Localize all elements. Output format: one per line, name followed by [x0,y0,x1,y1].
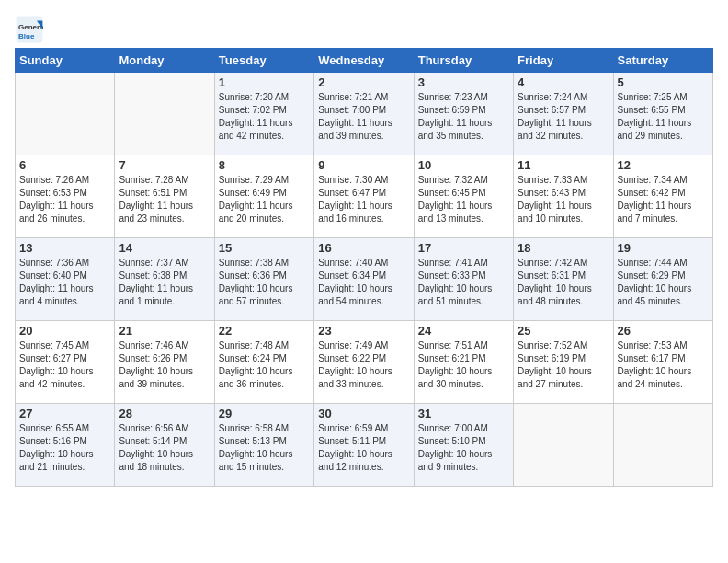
cell-info: Sunrise: 7:25 AM Sunset: 6:55 PM Dayligh… [618,91,709,143]
calendar-cell: 28Sunrise: 6:56 AM Sunset: 5:14 PM Dayli… [115,404,214,487]
day-number: 18 [518,241,609,255]
day-header-wednesday: Wednesday [314,49,414,73]
cell-info: Sunrise: 7:42 AM Sunset: 6:31 PM Dayligh… [518,257,609,308]
day-number: 31 [418,407,509,420]
week-row-5: 27Sunrise: 6:55 AM Sunset: 5:16 PM Dayli… [16,404,713,487]
day-number: 23 [318,324,409,338]
calendar-cell: 24Sunrise: 7:51 AM Sunset: 6:21 PM Dayli… [414,321,513,404]
calendar-cell: 20Sunrise: 7:45 AM Sunset: 6:27 PM Dayli… [16,321,115,404]
cell-info: Sunrise: 7:32 AM Sunset: 6:45 PM Dayligh… [418,174,509,225]
day-number: 29 [219,407,310,420]
calendar-cell: 6Sunrise: 7:26 AM Sunset: 6:53 PM Daylig… [16,155,115,238]
day-number: 16 [318,241,409,255]
day-number: 4 [518,75,609,89]
cell-info: Sunrise: 7:52 AM Sunset: 6:19 PM Dayligh… [518,339,609,391]
logo: General Blue [15,15,48,44]
calendar-cell [16,73,115,155]
cell-info: Sunrise: 7:26 AM Sunset: 6:53 PM Dayligh… [19,174,110,225]
cell-info: Sunrise: 7:29 AM Sunset: 6:49 PM Dayligh… [219,174,310,225]
day-number: 20 [19,324,110,338]
day-number: 21 [119,324,210,338]
logo-icon: General Blue [15,15,44,44]
calendar-cell: 31Sunrise: 7:00 AM Sunset: 5:10 PM Dayli… [414,404,513,487]
calendar-cell: 4Sunrise: 7:24 AM Sunset: 6:57 PM Daylig… [514,73,613,155]
week-row-4: 20Sunrise: 7:45 AM Sunset: 6:27 PM Dayli… [16,321,713,404]
calendar-cell: 8Sunrise: 7:29 AM Sunset: 6:49 PM Daylig… [214,155,313,238]
week-row-2: 6Sunrise: 7:26 AM Sunset: 6:53 PM Daylig… [16,155,713,238]
day-number: 28 [119,407,210,420]
cell-info: Sunrise: 7:48 AM Sunset: 6:24 PM Dayligh… [219,339,310,391]
day-number: 24 [418,324,509,338]
cell-info: Sunrise: 7:23 AM Sunset: 6:59 PM Dayligh… [418,91,509,143]
cell-info: Sunrise: 7:34 AM Sunset: 6:42 PM Dayligh… [618,174,709,225]
day-header-sunday: Sunday [16,49,115,73]
calendar-cell: 25Sunrise: 7:52 AM Sunset: 6:19 PM Dayli… [514,321,613,404]
cell-info: Sunrise: 7:45 AM Sunset: 6:27 PM Dayligh… [19,339,110,391]
page-header: General Blue [15,15,713,44]
calendar-cell: 14Sunrise: 7:37 AM Sunset: 6:38 PM Dayli… [115,238,214,321]
calendar-cell: 17Sunrise: 7:41 AM Sunset: 6:33 PM Dayli… [414,238,513,321]
day-number: 12 [618,158,709,172]
day-number: 22 [219,324,310,338]
day-number: 17 [418,241,509,255]
calendar-cell: 21Sunrise: 7:46 AM Sunset: 6:26 PM Dayli… [115,321,214,404]
calendar-cell: 18Sunrise: 7:42 AM Sunset: 6:31 PM Dayli… [514,238,613,321]
calendar-cell: 5Sunrise: 7:25 AM Sunset: 6:55 PM Daylig… [613,73,712,155]
calendar-cell: 12Sunrise: 7:34 AM Sunset: 6:42 PM Dayli… [613,155,712,238]
calendar-cell: 23Sunrise: 7:49 AM Sunset: 6:22 PM Dayli… [314,321,414,404]
day-number: 8 [219,158,310,172]
day-header-monday: Monday [115,49,214,73]
day-number: 9 [318,158,409,172]
day-header-thursday: Thursday [414,49,513,73]
cell-info: Sunrise: 7:38 AM Sunset: 6:36 PM Dayligh… [219,257,310,308]
calendar-cell: 9Sunrise: 7:30 AM Sunset: 6:47 PM Daylig… [314,155,414,238]
calendar-cell: 11Sunrise: 7:33 AM Sunset: 6:43 PM Dayli… [514,155,613,238]
cell-info: Sunrise: 7:21 AM Sunset: 7:00 PM Dayligh… [318,91,409,143]
cell-info: Sunrise: 6:58 AM Sunset: 5:13 PM Dayligh… [219,422,310,474]
day-number: 15 [219,241,310,255]
cell-info: Sunrise: 7:46 AM Sunset: 6:26 PM Dayligh… [119,339,210,391]
cell-info: Sunrise: 7:30 AM Sunset: 6:47 PM Dayligh… [318,174,409,225]
calendar-cell: 3Sunrise: 7:23 AM Sunset: 6:59 PM Daylig… [414,73,513,155]
calendar-cell: 26Sunrise: 7:53 AM Sunset: 6:17 PM Dayli… [613,321,712,404]
day-header-saturday: Saturday [613,49,712,73]
cell-info: Sunrise: 7:49 AM Sunset: 6:22 PM Dayligh… [318,339,409,391]
cell-info: Sunrise: 7:00 AM Sunset: 5:10 PM Dayligh… [418,422,509,474]
day-number: 14 [119,241,210,255]
day-number: 3 [418,75,509,89]
cell-info: Sunrise: 7:24 AM Sunset: 6:57 PM Dayligh… [518,91,609,143]
day-number: 26 [618,324,709,338]
calendar-cell: 1Sunrise: 7:20 AM Sunset: 7:02 PM Daylig… [214,73,313,155]
calendar-cell: 29Sunrise: 6:58 AM Sunset: 5:13 PM Dayli… [214,404,313,487]
calendar-cell: 30Sunrise: 6:59 AM Sunset: 5:11 PM Dayli… [314,404,414,487]
cell-info: Sunrise: 7:37 AM Sunset: 6:38 PM Dayligh… [119,257,210,308]
svg-text:Blue: Blue [18,32,35,40]
calendar-cell: 22Sunrise: 7:48 AM Sunset: 6:24 PM Dayli… [214,321,313,404]
calendar-cell [514,404,613,487]
cell-info: Sunrise: 7:51 AM Sunset: 6:21 PM Dayligh… [418,339,509,391]
cell-info: Sunrise: 7:28 AM Sunset: 6:51 PM Dayligh… [119,174,210,225]
cell-info: Sunrise: 7:41 AM Sunset: 6:33 PM Dayligh… [418,257,509,308]
calendar-cell: 19Sunrise: 7:44 AM Sunset: 6:29 PM Dayli… [613,238,712,321]
day-number: 30 [318,407,409,420]
cell-info: Sunrise: 7:53 AM Sunset: 6:17 PM Dayligh… [618,339,709,391]
header-row: SundayMondayTuesdayWednesdayThursdayFrid… [16,49,713,73]
calendar-cell: 27Sunrise: 6:55 AM Sunset: 5:16 PM Dayli… [16,404,115,487]
cell-info: Sunrise: 7:20 AM Sunset: 7:02 PM Dayligh… [219,91,310,143]
day-number: 25 [518,324,609,338]
day-number: 13 [19,241,110,255]
day-number: 7 [119,158,210,172]
day-number: 5 [618,75,709,89]
calendar-cell: 13Sunrise: 7:36 AM Sunset: 6:40 PM Dayli… [16,238,115,321]
cell-info: Sunrise: 7:36 AM Sunset: 6:40 PM Dayligh… [19,257,110,308]
day-header-friday: Friday [514,49,613,73]
calendar-table: SundayMondayTuesdayWednesdayThursdayFrid… [15,48,713,487]
cell-info: Sunrise: 6:56 AM Sunset: 5:14 PM Dayligh… [119,422,210,474]
day-number: 1 [219,75,310,89]
cell-info: Sunrise: 6:55 AM Sunset: 5:16 PM Dayligh… [19,422,110,474]
week-row-1: 1Sunrise: 7:20 AM Sunset: 7:02 PM Daylig… [16,73,713,155]
calendar-cell [613,404,712,487]
week-row-3: 13Sunrise: 7:36 AM Sunset: 6:40 PM Dayli… [16,238,713,321]
cell-info: Sunrise: 6:59 AM Sunset: 5:11 PM Dayligh… [318,422,409,474]
day-number: 27 [19,407,110,420]
